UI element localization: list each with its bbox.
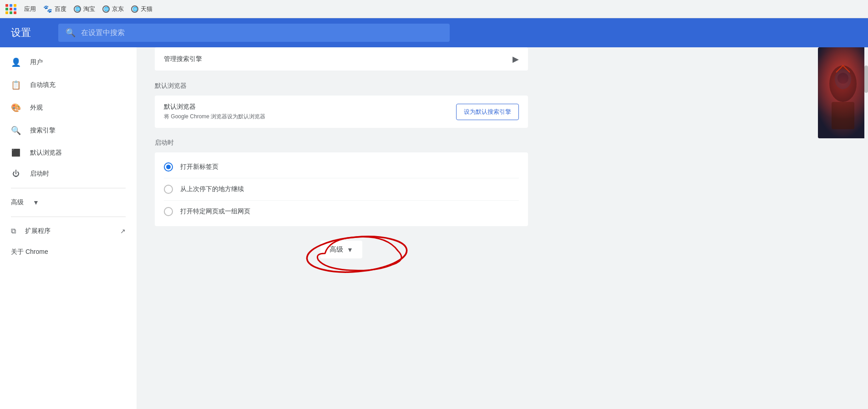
extensions-left: ⧉ 扩展程序 bbox=[11, 227, 51, 235]
default-browser-section-title: 默认浏览器 bbox=[155, 82, 528, 90]
search-engine-icon: 🔍 bbox=[11, 126, 21, 136]
globe-icon-jd: 🌐 bbox=[102, 5, 110, 13]
radio-new-tab[interactable] bbox=[164, 162, 173, 172]
topbar-jingdong-link[interactable]: 🌐 京东 bbox=[102, 5, 124, 13]
globe-icon-tm: 🌐 bbox=[131, 5, 138, 13]
manage-search-label: 管理搜索引擎 bbox=[164, 55, 202, 63]
sidebar-item-user[interactable]: 👤 用户 bbox=[0, 51, 137, 74]
external-link-icon: ↗ bbox=[120, 227, 126, 235]
sidebar-item-autofill[interactable]: 📋 自动填充 bbox=[0, 74, 137, 96]
main-layout: 👤 用户 📋 自动填充 🎨 外观 🔍 搜索引擎 ⬛ 默认浏览器 ⏻ 启动时 高级… bbox=[0, 47, 868, 409]
sidebar-label-default-browser: 默认浏览器 bbox=[30, 149, 62, 157]
advanced-btn-label: 高级 bbox=[330, 245, 343, 254]
page-title: 设置 bbox=[11, 26, 47, 40]
startup-option-new-tab[interactable]: 打开新标签页 bbox=[164, 156, 519, 178]
user-icon: 👤 bbox=[11, 57, 21, 67]
sidebar-divider bbox=[11, 188, 126, 188]
startup-section-title: 启动时 bbox=[155, 139, 528, 147]
startup-label-specific: 打开特定网页或一组网页 bbox=[180, 207, 250, 216]
scrollbar-thumb[interactable] bbox=[864, 66, 868, 93]
sidebar-item-appearance[interactable]: 🎨 外观 bbox=[0, 96, 137, 119]
radio-specific[interactable] bbox=[164, 207, 173, 216]
decoration-icon-3: ✿ bbox=[822, 88, 832, 101]
chevron-down-icon: ▼ bbox=[33, 199, 39, 206]
jd-label: 京东 bbox=[112, 5, 124, 13]
topbar-taobao-link[interactable]: 🌐 淘宝 bbox=[74, 5, 95, 13]
sidebar-label-user: 用户 bbox=[30, 58, 43, 66]
game-thumbnail bbox=[818, 47, 868, 138]
globe-icon-taobao: 🌐 bbox=[74, 5, 81, 13]
default-browser-text: 默认浏览器 将 Google Chrome 浏览器设为默认浏览器 bbox=[164, 103, 265, 121]
scrollbar-track bbox=[864, 47, 868, 229]
baidu-label: 百度 bbox=[55, 5, 66, 13]
topbar: 应用 🐾 百度 🌐 淘宝 🌐 京东 🌐 天猫 bbox=[0, 0, 868, 18]
right-decorations: ✿ ♪ ✿ bbox=[795, 47, 868, 101]
startup-options-card: 打开新标签页 从上次停下的地方继续 打开特定网页或一组网页 bbox=[155, 152, 528, 226]
sidebar-item-about[interactable]: 关于 Chrome bbox=[0, 242, 137, 263]
search-bar: 🔍 bbox=[58, 24, 450, 42]
startup-option-continue[interactable]: 从上次停下的地方继续 bbox=[164, 178, 519, 201]
header: 设置 🔍 bbox=[0, 18, 868, 47]
sidebar-label-search: 搜索引擎 bbox=[30, 126, 56, 135]
sidebar-label-about: 关于 Chrome bbox=[11, 248, 48, 256]
game-thumbnail-svg bbox=[818, 47, 868, 138]
set-default-button[interactable]: 设为默认搜索引擎 bbox=[456, 104, 519, 120]
autofill-icon: 📋 bbox=[11, 80, 21, 90]
startup-label-new-tab: 打开新标签页 bbox=[180, 163, 218, 171]
sidebar-label-startup: 启动时 bbox=[30, 170, 49, 178]
search-icon: 🔍 bbox=[66, 28, 76, 38]
default-browser-card: 默认浏览器 将 Google Chrome 浏览器设为默认浏览器 设为默认搜索引… bbox=[155, 96, 528, 128]
content-area: 管理搜索引擎 ▶ 默认浏览器 默认浏览器 将 Google Chrome 浏览器… bbox=[137, 47, 546, 409]
apps-grid-icon[interactable] bbox=[5, 4, 17, 14]
tm-label: 天猫 bbox=[141, 5, 152, 13]
sidebar-item-startup[interactable]: ⏻ 启动时 bbox=[0, 163, 137, 184]
sidebar-label-extensions: 扩展程序 bbox=[25, 227, 51, 235]
arrow-right-icon: ▶ bbox=[513, 54, 519, 64]
sidebar-item-search[interactable]: 🔍 搜索引擎 bbox=[0, 119, 137, 142]
svg-rect-4 bbox=[832, 102, 854, 129]
sidebar: 👤 用户 📋 自动填充 🎨 外观 🔍 搜索引擎 ⬛ 默认浏览器 ⏻ 启动时 高级… bbox=[0, 47, 137, 409]
startup-option-specific[interactable]: 打开特定网页或一组网页 bbox=[164, 201, 519, 222]
svg-rect-1 bbox=[818, 47, 868, 138]
sidebar-label-appearance: 外观 bbox=[30, 104, 43, 112]
decoration-icon-1: ✿ bbox=[822, 47, 832, 61]
default-browser-title: 默认浏览器 bbox=[164, 103, 265, 111]
decoration-icon-2: ♪ bbox=[827, 70, 832, 80]
bottom-advanced-section: 高级 ▼ bbox=[155, 241, 528, 258]
sidebar-label-advanced: 高级 bbox=[11, 198, 24, 207]
svg-point-2 bbox=[829, 66, 857, 102]
advanced-button[interactable]: 高级 ▼ bbox=[320, 241, 362, 258]
extensions-icon: ⧉ bbox=[11, 227, 16, 235]
svg-point-3 bbox=[835, 69, 851, 89]
topbar-tianmao-link[interactable]: 🌐 天猫 bbox=[131, 5, 152, 13]
search-input[interactable] bbox=[81, 29, 442, 37]
sidebar-label-autofill: 自动填充 bbox=[30, 81, 56, 89]
sidebar-item-advanced[interactable]: 高级 ▼ bbox=[0, 192, 137, 213]
radio-continue[interactable] bbox=[164, 185, 173, 194]
sidebar-divider-2 bbox=[11, 217, 126, 217]
default-browser-subtitle: 将 Google Chrome 浏览器设为默认浏览器 bbox=[164, 113, 265, 121]
radio-inner-new-tab bbox=[166, 165, 171, 169]
manage-search-row[interactable]: 管理搜索引擎 ▶ bbox=[155, 47, 528, 71]
appearance-icon: 🎨 bbox=[11, 103, 21, 113]
decoration-icons: ✿ ♪ ✿ bbox=[822, 47, 868, 101]
taobao-label: 淘宝 bbox=[83, 5, 95, 13]
startup-label-continue: 从上次停下的地方继续 bbox=[180, 185, 244, 193]
startup-icon: ⏻ bbox=[11, 170, 21, 178]
topbar-apps-label[interactable]: 应用 bbox=[24, 5, 36, 13]
advanced-chevron-icon: ▼ bbox=[347, 246, 353, 253]
advanced-btn-wrapper: 高级 ▼ bbox=[320, 241, 362, 258]
paw-icon: 🐾 bbox=[43, 5, 52, 13]
topbar-baidu-link[interactable]: 🐾 百度 bbox=[43, 5, 66, 13]
svg-point-5 bbox=[838, 73, 848, 84]
sidebar-item-default-browser[interactable]: ⬛ 默认浏览器 bbox=[0, 142, 137, 163]
sidebar-item-extensions[interactable]: ⧉ 扩展程序 ↗ bbox=[0, 221, 137, 242]
browser-icon: ⬛ bbox=[11, 148, 21, 157]
